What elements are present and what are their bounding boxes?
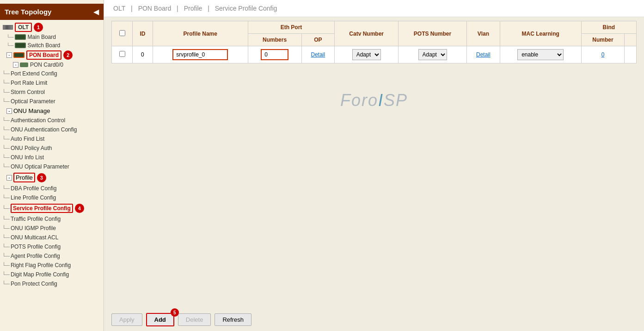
eth-numbers-input[interactable]: [261, 49, 288, 60]
pon-protect-config[interactable]: └─Pon Protect Config: [0, 279, 104, 288]
main-board-icon: [15, 34, 26, 40]
apply-button[interactable]: Apply: [111, 313, 142, 326]
service-profile-config[interactable]: └─ Service Profile Config 4: [0, 202, 104, 214]
sidebar-item-pon-board[interactable]: - PON Board 2: [0, 50, 104, 61]
row-pots-number: Adapt 0 1: [399, 46, 467, 63]
onu-manage-section[interactable]: - ONU Manage: [0, 106, 104, 116]
breadcrumb-sep1: |: [131, 5, 135, 12]
profile-name-input[interactable]: [172, 49, 228, 60]
logo-foro: Foro: [340, 91, 378, 110]
pon-board-expand[interactable]: -: [6, 52, 12, 58]
logo-sp: SP: [384, 91, 408, 110]
breadcrumb-pon-board: PON Board: [138, 5, 172, 12]
th-eth-port-group: Eth Port: [248, 21, 334, 34]
service-profile-table: ID Profile Name Eth Port Catv Number POT…: [111, 21, 637, 63]
onu-igmp-profile[interactable]: └─ONU IGMP Profile: [0, 224, 104, 233]
mac-learning-select[interactable]: enable disable: [517, 49, 564, 60]
table-row: 0 Detail A: [112, 46, 637, 63]
vlan-detail-link[interactable]: Detail: [476, 51, 491, 58]
olt-label: OLT: [15, 23, 32, 32]
th-bind-number: Number: [581, 34, 625, 46]
th-eth-port-numbers: Numbers: [248, 34, 301, 46]
onu-manage-expand[interactable]: -: [6, 108, 12, 114]
th-checkbox: [112, 21, 133, 46]
sidebar-item-switch-board[interactable]: └─ Switch Board: [0, 41, 104, 50]
onu-multicast-acl[interactable]: └─ONU Multicast ACL: [0, 233, 104, 242]
breadcrumb-service-profile: Service Profile Config: [215, 5, 277, 12]
row-eth-numbers: [248, 46, 301, 63]
right-flag-profile-config[interactable]: └─Right Flag Profile Config: [0, 261, 104, 270]
auto-find-list[interactable]: └─Auto Find List: [0, 134, 104, 144]
catv-number-select[interactable]: Adapt 0 1: [352, 49, 381, 60]
sidebar-item-pon-card[interactable]: - PON Card0/0: [0, 61, 104, 69]
port-extend-config[interactable]: └─Port Extend Config: [0, 69, 104, 78]
onu-policy-auth[interactable]: └─ONU Policy Auth: [0, 144, 104, 153]
olt-badge: 1: [34, 23, 43, 32]
sidebar-title: Tree Topology: [5, 8, 51, 16]
th-eth-port-op: OP: [301, 34, 335, 46]
switch-board-icon: [15, 43, 26, 48]
pon-card-expand[interactable]: -: [13, 62, 18, 68]
profile-label: Profile: [13, 173, 35, 182]
onu-manage-label: ONU Manage: [13, 107, 50, 114]
dba-profile-config[interactable]: └─DBA Profile Config: [0, 184, 104, 193]
row-checkbox: [112, 46, 133, 63]
onu-info-list[interactable]: └─ONU Info List: [0, 153, 104, 162]
pon-board-icon: [13, 52, 25, 58]
th-bind-extra: [625, 34, 637, 46]
onu-auth-config[interactable]: └─ONU Authentication Config: [0, 125, 104, 134]
profile-section-expand[interactable]: -: [6, 175, 12, 181]
pots-profile-config[interactable]: └─POTS Profile Config: [0, 242, 104, 251]
refresh-button[interactable]: Refresh: [215, 313, 251, 326]
line-profile-config[interactable]: └─Line Profile Config: [0, 193, 104, 202]
storm-control[interactable]: └─Storm Control: [0, 87, 104, 97]
row-id: 0: [133, 46, 153, 63]
th-profile-name: Profile Name: [153, 21, 248, 46]
delete-button[interactable]: Delete: [178, 313, 211, 326]
row-mac-learning: enable disable: [500, 46, 581, 63]
profile-section[interactable]: - Profile 3: [0, 171, 104, 184]
add-button[interactable]: Add: [146, 313, 174, 326]
th-mac-learning: MAC Learning: [500, 21, 581, 46]
switch-board-label: Switch Board: [28, 42, 61, 49]
main-board-label: Main Board: [28, 34, 56, 40]
traffic-profile-config[interactable]: └─Traffic Profile Config: [0, 214, 104, 224]
row-bind-number: 0: [581, 46, 625, 63]
breadcrumb: OLT | PON Board | Profile | Service Prof…: [104, 0, 644, 17]
auth-control[interactable]: └─Authentication Control: [0, 116, 104, 125]
pots-number-select[interactable]: Adapt 0 1: [418, 49, 447, 60]
logo-i: I: [378, 91, 384, 110]
add-badge: 5: [171, 308, 179, 317]
breadcrumb-sep2: |: [177, 5, 180, 12]
row-vlan: Detail: [467, 46, 500, 63]
port-rate-limit[interactable]: └─Port Rate Limit: [0, 78, 104, 87]
breadcrumb-olt: OLT: [113, 5, 125, 12]
onu-optical-parameter[interactable]: └─ONU Optical Parameter: [0, 162, 104, 171]
row-bind-extra: [625, 46, 637, 63]
sidebar-collapse-button[interactable]: ◀: [93, 7, 99, 16]
sidebar-header: Tree Topology ◀: [0, 4, 104, 20]
th-vlan: Vlan: [467, 21, 500, 46]
logo-text: ForoISP: [340, 91, 408, 110]
breadcrumb-sep3: |: [208, 5, 211, 12]
table-area: ID Profile Name Eth Port Catv Number POT…: [104, 17, 644, 308]
sidebar-item-olt[interactable]: OLT 1: [0, 22, 104, 33]
logo-area: ForoISP: [111, 63, 637, 137]
th-catv-number: Catv Number: [335, 21, 399, 46]
optical-parameter[interactable]: └─Optical Parameter: [0, 97, 104, 106]
bind-number-link[interactable]: 0: [601, 51, 605, 58]
sidebar-item-main-board[interactable]: └─ Main Board: [0, 33, 104, 41]
agent-profile-config[interactable]: └─Agent Profile Config: [0, 251, 104, 261]
row-catv-number: Adapt 0 1: [335, 46, 399, 63]
sidebar: Tree Topology ◀ OLT 1 └─ Main Board: [0, 0, 104, 331]
eth-detail-link[interactable]: Detail: [311, 51, 325, 58]
pon-board-badge: 2: [63, 50, 73, 60]
row-select-checkbox[interactable]: [119, 51, 125, 57]
breadcrumb-profile: Profile: [184, 5, 202, 12]
th-pots-number: POTS Number: [399, 21, 467, 46]
digit-map-profile-config[interactable]: └─Digit Map Profile Config: [0, 270, 104, 279]
select-all-checkbox[interactable]: [119, 30, 125, 36]
profile-badge: 3: [37, 173, 46, 182]
row-eth-op: Detail: [301, 46, 335, 63]
pon-card-icon: [20, 62, 28, 67]
